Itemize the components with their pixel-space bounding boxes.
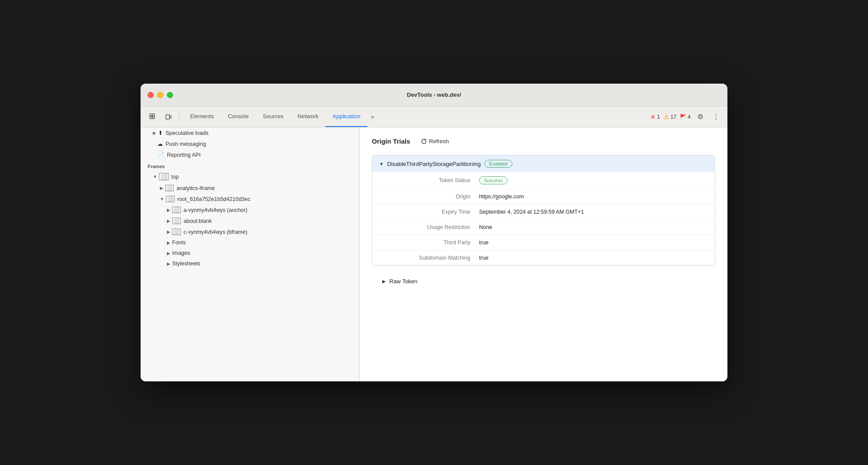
speculative-loads-icon: ⬆ xyxy=(158,130,163,136)
refresh-button[interactable]: Refresh xyxy=(417,136,453,146)
third-party-value: true xyxy=(479,240,704,246)
sidebar-item-anchor[interactable]: ▶ ⬜ a-vynmy4vb4wys (anchor) xyxy=(141,204,359,215)
refresh-icon xyxy=(421,138,427,144)
toolbar-right: ✕ 1 ⚠ 17 🚩 4 ⚙ ⋮ xyxy=(650,111,722,123)
frame-icon-top: ⬜ xyxy=(159,173,169,180)
info-badge: 🚩 4 xyxy=(680,114,691,120)
inspect-element-button[interactable] xyxy=(146,110,160,124)
tab-application[interactable]: Application xyxy=(325,106,367,127)
analytics-iframe-arrow-icon: ▶ xyxy=(160,186,163,190)
warning-badge: ⚠ 17 xyxy=(663,113,676,120)
error-badge: ✕ 1 xyxy=(650,113,660,120)
svg-rect-2 xyxy=(150,116,152,119)
content-title: Origin Trials xyxy=(372,137,410,145)
trial-body: Token Status Success Origin https://goog… xyxy=(372,172,715,265)
settings-button[interactable]: ⚙ xyxy=(694,111,706,123)
error-icon: ✕ xyxy=(650,113,656,120)
toolbar: Elements Console Sources Network Applica… xyxy=(141,106,727,127)
tab-console[interactable]: Console xyxy=(221,106,256,127)
window-title: DevTools - web.dev/ xyxy=(407,92,461,98)
about-blank-arrow-icon: ▶ xyxy=(167,218,170,223)
enabled-badge: Enabled xyxy=(484,160,512,168)
content-header: Origin Trials Refresh xyxy=(372,136,715,146)
sidebar-item-root[interactable]: ▼ ⬜ root_616a752e1b5d4210d3ec xyxy=(141,194,359,204)
origin-label: Origin xyxy=(383,194,479,200)
stylesheets-arrow-icon: ▶ xyxy=(167,261,170,266)
trial-row-third-party: Third Party true xyxy=(372,235,715,250)
trial-name: DisableThirdPartyStoragePartitioning xyxy=(387,161,481,167)
info-icon: 🚩 xyxy=(680,114,686,120)
trial-row-expiry: Expiry Time September 4, 2024 at 12:59:5… xyxy=(372,204,715,219)
bframe-arrow-icon: ▶ xyxy=(167,229,170,234)
frame-icon-root: ⬜ xyxy=(166,196,175,202)
sidebar-item-top[interactable]: ▼ ⬜ top xyxy=(141,171,359,183)
sidebar-item-push-messaging[interactable]: ☁ Push messaging xyxy=(141,138,359,149)
arrow-icon: ▶ xyxy=(153,130,156,135)
raw-token-arrow-icon: ▶ xyxy=(382,279,386,284)
sidebar-item-speculative-loads[interactable]: ▶ ⬆ Speculative loads xyxy=(141,127,359,138)
svg-rect-1 xyxy=(152,114,155,116)
raw-token-section[interactable]: ▶ Raw Token xyxy=(372,273,715,290)
trial-arrow-icon: ▼ xyxy=(379,162,384,166)
usage-restriction-label: Usage Restriction xyxy=(383,224,479,230)
tab-elements[interactable]: Elements xyxy=(183,106,221,127)
trial-row-usage-restriction: Usage Restriction None xyxy=(372,219,715,235)
content-area: Origin Trials Refresh ▼ DisableThirdPart… xyxy=(360,127,727,381)
sidebar: ▶ ⬆ Speculative loads ☁ Push messaging 📄… xyxy=(141,127,360,381)
sidebar-item-analytics-iframe[interactable]: ▶ ⬜ analytics-iframe xyxy=(141,183,359,194)
svg-rect-3 xyxy=(152,116,155,119)
third-party-label: Third Party xyxy=(383,240,479,246)
origin-value: https://google.com xyxy=(479,194,704,200)
token-status-label: Token Status xyxy=(383,177,479,183)
frame-icon-bframe: ⬜ xyxy=(172,229,181,235)
subdomain-value: true xyxy=(479,255,704,261)
frame-icon-analytics: ⬜ xyxy=(165,185,174,191)
anchor-arrow-icon: ▶ xyxy=(167,208,170,212)
usage-restriction-value: None xyxy=(479,224,704,230)
sidebar-item-bframe[interactable]: ▶ ⬜ c-vynmy4vb4wys (bframe) xyxy=(141,226,359,237)
svg-rect-4 xyxy=(166,115,169,119)
success-badge: Success xyxy=(479,176,508,184)
sidebar-item-about-blank[interactable]: ▶ ⬜ about:blank xyxy=(141,215,359,226)
frames-section-header: Frames xyxy=(141,160,359,171)
subdomain-label: Subdomain Matching xyxy=(383,255,479,261)
tab-sources[interactable]: Sources xyxy=(256,106,291,127)
toolbar-divider xyxy=(179,113,180,121)
tab-network[interactable]: Network xyxy=(291,106,326,127)
tab-overflow-button[interactable]: » xyxy=(367,106,378,127)
trial-row-origin: Origin https://google.com xyxy=(372,189,715,204)
token-status-value: Success xyxy=(479,176,704,184)
trial-header[interactable]: ▼ DisableThirdPartyStoragePartitioning E… xyxy=(372,155,715,172)
frame-icon-anchor: ⬜ xyxy=(172,207,181,213)
trial-row-token-status: Token Status Success xyxy=(372,172,715,189)
reporting-api-icon: 📄 xyxy=(157,151,164,158)
main-area: ▶ ⬆ Speculative loads ☁ Push messaging 📄… xyxy=(141,127,727,381)
minimize-button[interactable] xyxy=(157,92,163,98)
images-arrow-icon: ▶ xyxy=(167,251,170,256)
sidebar-item-fonts[interactable]: ▶ Fonts xyxy=(141,237,359,248)
sidebar-item-reporting-api[interactable]: 📄 Reporting API xyxy=(141,149,359,160)
device-toolbar-button[interactable] xyxy=(162,110,176,124)
device-icon xyxy=(165,113,172,120)
expiry-label: Expiry Time xyxy=(383,209,479,215)
traffic-lights xyxy=(148,92,173,98)
top-arrow-icon: ▼ xyxy=(153,174,157,179)
more-options-button[interactable]: ⋮ xyxy=(710,111,722,123)
titlebar: DevTools - web.dev/ xyxy=(141,84,727,106)
sidebar-item-images[interactable]: ▶ Images xyxy=(141,248,359,258)
svg-rect-0 xyxy=(150,114,152,116)
raw-token-label: Raw Token xyxy=(389,278,417,285)
frame-icon-about-blank: ⬜ xyxy=(172,218,181,224)
cursor-icon xyxy=(149,113,156,120)
close-button[interactable] xyxy=(148,92,154,98)
sidebar-item-stylesheets[interactable]: ▶ Stylesheets xyxy=(141,258,359,269)
devtools-window: DevTools - web.dev/ Elements Console xyxy=(141,84,727,381)
maximize-button[interactable] xyxy=(167,92,173,98)
trial-card: ▼ DisableThirdPartyStoragePartitioning E… xyxy=(372,155,715,266)
trial-row-subdomain: Subdomain Matching true xyxy=(372,250,715,265)
warning-icon: ⚠ xyxy=(663,113,669,120)
root-arrow-icon: ▼ xyxy=(160,197,164,201)
fonts-arrow-icon: ▶ xyxy=(167,240,170,245)
push-messaging-icon: ☁ xyxy=(157,141,163,147)
expiry-value: September 4, 2024 at 12:59:59 AM GMT+1 xyxy=(479,209,704,215)
